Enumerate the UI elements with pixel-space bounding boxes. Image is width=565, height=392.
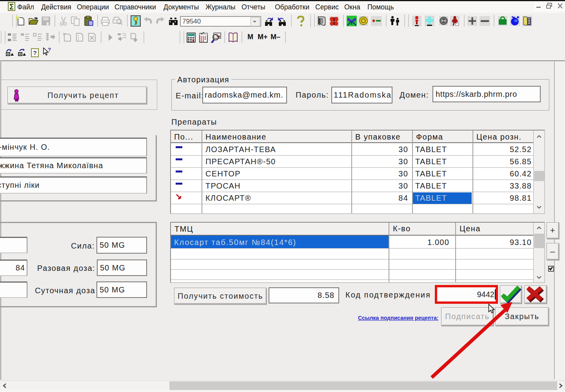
svg-text:?: ? (48, 47, 51, 53)
svg-text:?: ? (33, 49, 36, 56)
